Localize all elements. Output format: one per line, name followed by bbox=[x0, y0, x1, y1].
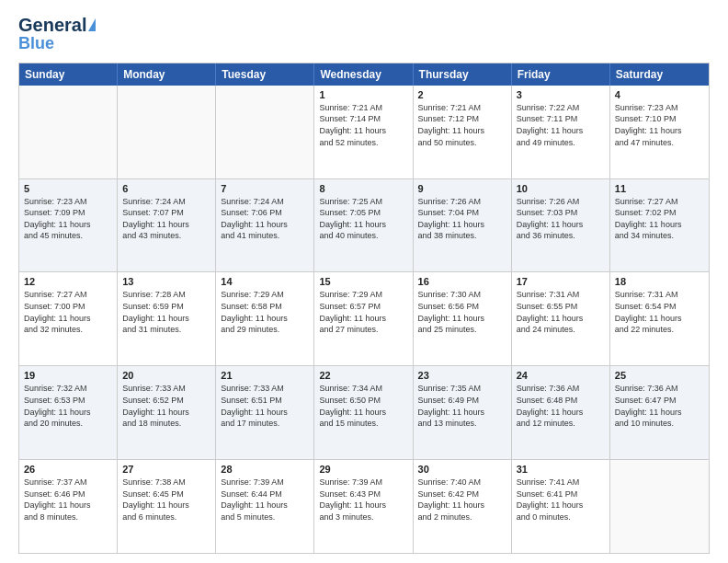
cell-info: Sunrise: 7:36 AM Sunset: 6:47 PM Dayligh… bbox=[615, 383, 704, 429]
cell-info: Sunrise: 7:25 AM Sunset: 7:05 PM Dayligh… bbox=[319, 196, 407, 242]
calendar-cell-r2c1: 13Sunrise: 7:28 AM Sunset: 6:59 PM Dayli… bbox=[118, 272, 216, 365]
cell-info: Sunrise: 7:27 AM Sunset: 7:00 PM Dayligh… bbox=[24, 289, 112, 335]
day-number: 24 bbox=[517, 370, 605, 381]
day-number: 11 bbox=[615, 183, 704, 194]
calendar-cell-r4c5: 31Sunrise: 7:41 AM Sunset: 6:41 PM Dayli… bbox=[512, 460, 610, 553]
logo-text-general: General bbox=[18, 15, 86, 35]
day-number: 18 bbox=[615, 276, 704, 287]
cell-info: Sunrise: 7:38 AM Sunset: 6:45 PM Dayligh… bbox=[122, 477, 210, 523]
cell-info: Sunrise: 7:23 AM Sunset: 7:10 PM Dayligh… bbox=[615, 102, 704, 148]
cell-info: Sunrise: 7:29 AM Sunset: 6:58 PM Dayligh… bbox=[221, 289, 309, 335]
calendar-cell-r0c6: 4Sunrise: 7:23 AM Sunset: 7:10 PM Daylig… bbox=[610, 86, 709, 178]
cell-info: Sunrise: 7:33 AM Sunset: 6:51 PM Dayligh… bbox=[221, 383, 309, 429]
cell-info: Sunrise: 7:23 AM Sunset: 7:09 PM Dayligh… bbox=[24, 196, 112, 242]
cell-info: Sunrise: 7:27 AM Sunset: 7:02 PM Dayligh… bbox=[615, 196, 704, 242]
weekday-header-sunday: Sunday bbox=[19, 63, 118, 86]
calendar-cell-r0c4: 2Sunrise: 7:21 AM Sunset: 7:12 PM Daylig… bbox=[414, 86, 512, 178]
cell-info: Sunrise: 7:28 AM Sunset: 6:59 PM Dayligh… bbox=[122, 289, 210, 335]
calendar-cell-r2c4: 16Sunrise: 7:30 AM Sunset: 6:56 PM Dayli… bbox=[414, 272, 512, 365]
logo-triangle-icon bbox=[88, 18, 96, 31]
calendar-cell-r4c0: 26Sunrise: 7:37 AM Sunset: 6:46 PM Dayli… bbox=[19, 460, 118, 553]
cell-info: Sunrise: 7:24 AM Sunset: 7:07 PM Dayligh… bbox=[122, 196, 210, 242]
page: General Blue SundayMondayTuesdayWednesda… bbox=[0, 0, 728, 563]
calendar-cell-r2c6: 18Sunrise: 7:31 AM Sunset: 6:54 PM Dayli… bbox=[610, 272, 709, 365]
calendar-cell-r0c5: 3Sunrise: 7:22 AM Sunset: 7:11 PM Daylig… bbox=[512, 86, 610, 178]
cell-info: Sunrise: 7:22 AM Sunset: 7:11 PM Dayligh… bbox=[517, 102, 605, 148]
calendar-cell-r2c3: 15Sunrise: 7:29 AM Sunset: 6:57 PM Dayli… bbox=[314, 272, 413, 365]
day-number: 26 bbox=[24, 464, 112, 475]
cell-info: Sunrise: 7:21 AM Sunset: 7:14 PM Dayligh… bbox=[319, 102, 407, 148]
cell-info: Sunrise: 7:26 AM Sunset: 7:03 PM Dayligh… bbox=[517, 196, 605, 242]
calendar-cell-r3c5: 24Sunrise: 7:36 AM Sunset: 6:48 PM Dayli… bbox=[512, 366, 610, 459]
calendar-cell-r1c5: 10Sunrise: 7:26 AM Sunset: 7:03 PM Dayli… bbox=[512, 179, 610, 272]
calendar-cell-r1c3: 8Sunrise: 7:25 AM Sunset: 7:05 PM Daylig… bbox=[314, 179, 413, 272]
calendar-cell-r2c5: 17Sunrise: 7:31 AM Sunset: 6:55 PM Dayli… bbox=[512, 272, 610, 365]
weekday-header-saturday: Saturday bbox=[610, 63, 709, 86]
cell-info: Sunrise: 7:37 AM Sunset: 6:46 PM Dayligh… bbox=[24, 477, 112, 523]
cell-info: Sunrise: 7:35 AM Sunset: 6:49 PM Dayligh… bbox=[418, 383, 506, 429]
cell-info: Sunrise: 7:32 AM Sunset: 6:53 PM Dayligh… bbox=[24, 383, 112, 429]
day-number: 23 bbox=[418, 370, 506, 381]
calendar-cell-r2c2: 14Sunrise: 7:29 AM Sunset: 6:58 PM Dayli… bbox=[216, 272, 314, 365]
calendar-row-3: 19Sunrise: 7:32 AM Sunset: 6:53 PM Dayli… bbox=[19, 365, 709, 459]
day-number: 28 bbox=[221, 464, 309, 475]
cell-info: Sunrise: 7:26 AM Sunset: 7:04 PM Dayligh… bbox=[418, 196, 506, 242]
day-number: 3 bbox=[517, 89, 605, 100]
calendar-cell-r3c4: 23Sunrise: 7:35 AM Sunset: 6:49 PM Dayli… bbox=[414, 366, 512, 459]
calendar-cell-r1c6: 11Sunrise: 7:27 AM Sunset: 7:02 PM Dayli… bbox=[610, 179, 709, 272]
calendar-row-0: 1Sunrise: 7:21 AM Sunset: 7:14 PM Daylig… bbox=[19, 86, 709, 178]
calendar-cell-r4c1: 27Sunrise: 7:38 AM Sunset: 6:45 PM Dayli… bbox=[118, 460, 216, 553]
day-number: 6 bbox=[122, 183, 210, 194]
calendar-cell-r4c2: 28Sunrise: 7:39 AM Sunset: 6:44 PM Dayli… bbox=[216, 460, 314, 553]
calendar-cell-r0c0 bbox=[19, 86, 118, 178]
day-number: 5 bbox=[24, 183, 112, 194]
calendar-cell-r1c0: 5Sunrise: 7:23 AM Sunset: 7:09 PM Daylig… bbox=[19, 179, 118, 272]
day-number: 21 bbox=[221, 370, 309, 381]
calendar-body: 1Sunrise: 7:21 AM Sunset: 7:14 PM Daylig… bbox=[19, 86, 709, 553]
day-number: 27 bbox=[122, 464, 210, 475]
calendar-cell-r1c4: 9Sunrise: 7:26 AM Sunset: 7:04 PM Daylig… bbox=[414, 179, 512, 272]
calendar: SundayMondayTuesdayWednesdayThursdayFrid… bbox=[18, 63, 710, 554]
day-number: 15 bbox=[319, 276, 407, 287]
calendar-row-2: 12Sunrise: 7:27 AM Sunset: 7:00 PM Dayli… bbox=[19, 271, 709, 365]
logo-text-blue: Blue bbox=[18, 35, 54, 53]
calendar-cell-r1c2: 7Sunrise: 7:24 AM Sunset: 7:06 PM Daylig… bbox=[216, 179, 314, 272]
day-number: 2 bbox=[418, 89, 506, 100]
cell-info: Sunrise: 7:33 AM Sunset: 6:52 PM Dayligh… bbox=[122, 383, 210, 429]
day-number: 8 bbox=[319, 183, 407, 194]
weekday-header-wednesday: Wednesday bbox=[314, 63, 413, 86]
calendar-cell-r4c4: 30Sunrise: 7:40 AM Sunset: 6:42 PM Dayli… bbox=[414, 460, 512, 553]
weekday-header-friday: Friday bbox=[512, 63, 610, 86]
logo: General Blue bbox=[18, 15, 96, 53]
cell-info: Sunrise: 7:36 AM Sunset: 6:48 PM Dayligh… bbox=[517, 383, 605, 429]
day-number: 30 bbox=[418, 464, 506, 475]
calendar-cell-r4c6 bbox=[610, 460, 709, 553]
day-number: 13 bbox=[122, 276, 210, 287]
day-number: 9 bbox=[418, 183, 506, 194]
day-number: 7 bbox=[221, 183, 309, 194]
calendar-cell-r3c0: 19Sunrise: 7:32 AM Sunset: 6:53 PM Dayli… bbox=[19, 366, 118, 459]
day-number: 10 bbox=[517, 183, 605, 194]
day-number: 22 bbox=[319, 370, 407, 381]
header: General Blue bbox=[18, 15, 710, 53]
cell-info: Sunrise: 7:41 AM Sunset: 6:41 PM Dayligh… bbox=[517, 477, 605, 523]
calendar-row-1: 5Sunrise: 7:23 AM Sunset: 7:09 PM Daylig… bbox=[19, 178, 709, 272]
calendar-cell-r3c3: 22Sunrise: 7:34 AM Sunset: 6:50 PM Dayli… bbox=[314, 366, 413, 459]
day-number: 4 bbox=[615, 89, 704, 100]
day-number: 19 bbox=[24, 370, 112, 381]
day-number: 25 bbox=[615, 370, 704, 381]
calendar-cell-r3c2: 21Sunrise: 7:33 AM Sunset: 6:51 PM Dayli… bbox=[216, 366, 314, 459]
calendar-cell-r3c1: 20Sunrise: 7:33 AM Sunset: 6:52 PM Dayli… bbox=[118, 366, 216, 459]
calendar-cell-r0c1 bbox=[118, 86, 216, 178]
calendar-cell-r0c2 bbox=[216, 86, 314, 178]
day-number: 12 bbox=[24, 276, 112, 287]
cell-info: Sunrise: 7:31 AM Sunset: 6:54 PM Dayligh… bbox=[615, 289, 704, 335]
calendar-cell-r2c0: 12Sunrise: 7:27 AM Sunset: 7:00 PM Dayli… bbox=[19, 272, 118, 365]
cell-info: Sunrise: 7:31 AM Sunset: 6:55 PM Dayligh… bbox=[517, 289, 605, 335]
weekday-header-thursday: Thursday bbox=[414, 63, 512, 86]
cell-info: Sunrise: 7:24 AM Sunset: 7:06 PM Dayligh… bbox=[221, 196, 309, 242]
calendar-cell-r0c3: 1Sunrise: 7:21 AM Sunset: 7:14 PM Daylig… bbox=[314, 86, 413, 178]
calendar-header: SundayMondayTuesdayWednesdayThursdayFrid… bbox=[19, 63, 709, 86]
cell-info: Sunrise: 7:21 AM Sunset: 7:12 PM Dayligh… bbox=[418, 102, 506, 148]
weekday-header-monday: Monday bbox=[118, 63, 216, 86]
